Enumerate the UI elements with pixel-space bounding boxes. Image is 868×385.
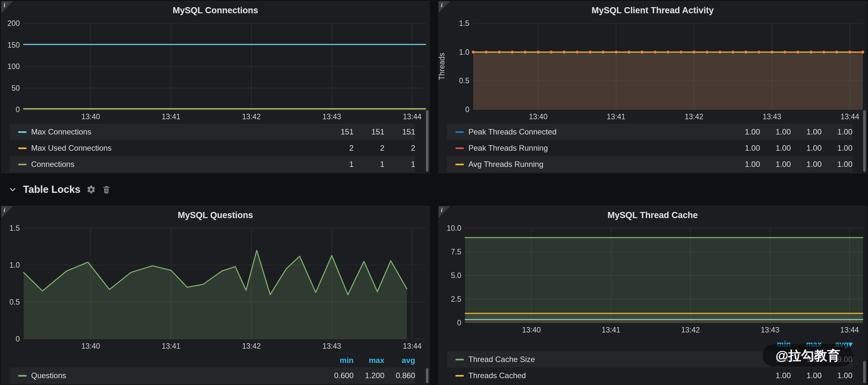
svg-text:13:43: 13:43	[322, 342, 341, 350]
scrollbar-thumb[interactable]	[863, 361, 866, 383]
svg-text:13:41: 13:41	[602, 326, 621, 334]
svg-text:13:42: 13:42	[681, 326, 700, 334]
series-label[interactable]: Max Used Connections	[31, 144, 323, 153]
svg-text:1.5: 1.5	[9, 224, 20, 232]
legend-mysql-client-thread-activity: Peak Threads Connected1.001.001.001.00Pe…	[438, 123, 867, 173]
section-title[interactable]: Table Locks	[23, 184, 81, 196]
svg-text:100: 100	[7, 62, 20, 71]
panel-info-icon[interactable]: i	[438, 206, 450, 218]
panel-mysql-connections: i MySQL Connections 05010015020013:4013:…	[1, 1, 430, 173]
series-color-dash[interactable]	[18, 147, 27, 149]
legend-value: 151	[353, 127, 384, 136]
panel-row-top: i MySQL Connections 05010015020013:4013:…	[1, 1, 867, 173]
series-color-dash[interactable]	[456, 359, 464, 360]
info-corner-triangle	[438, 1, 450, 13]
scrollbar-thumb[interactable]	[426, 110, 429, 172]
legend-row: Threads Cached1.001.001.00	[447, 368, 852, 384]
panel-mysql-client-thread-activity: i MySQL Client Thread Activity 00.51.01.…	[438, 1, 867, 173]
legend-value: 1.00	[791, 371, 822, 380]
series-color-dash[interactable]	[456, 164, 464, 165]
info-corner-triangle	[1, 206, 13, 218]
legend-header-max[interactable]: max	[353, 356, 384, 365]
legend-row: Max Used Connections222	[10, 140, 415, 156]
legend-value: 2	[323, 144, 353, 153]
legend-mysql-questions: minmaxavgQuestions0.6001.2000.860	[1, 353, 430, 385]
legend-value: 1.00	[760, 127, 791, 136]
legend-value: 1.00	[822, 160, 852, 169]
scrollbar-thumb[interactable]	[863, 110, 866, 172]
svg-text:1.0: 1.0	[9, 261, 20, 269]
legend-value: 1	[323, 160, 353, 169]
series-color-dash[interactable]	[456, 131, 464, 133]
info-letter: i	[4, 2, 5, 9]
panel-row-bottom: i MySQL Questions 00.51.01.513:4013:4113…	[1, 206, 867, 385]
legend-value: 1.00	[822, 371, 852, 380]
svg-text:13:40: 13:40	[82, 112, 100, 121]
legend-mysql-connections: Max Connections151151151Max Used Connect…	[1, 123, 430, 173]
svg-text:13:40: 13:40	[529, 112, 548, 121]
chart-mysql-connections[interactable]: 05010015020013:4013:4113:4213:4313:44	[1, 18, 430, 123]
panel-info-icon[interactable]: i	[1, 1, 13, 13]
panel-mysql-questions: i MySQL Questions 00.51.01.513:4013:4113…	[1, 206, 430, 385]
info-corner-triangle	[438, 206, 450, 218]
series-color-dash[interactable]	[456, 147, 464, 149]
legend-row: Peak Threads Running1.001.001.001.00	[447, 140, 852, 156]
legend-value: 1.00	[791, 144, 822, 153]
series-color-dash[interactable]	[18, 375, 27, 377]
panel-title[interactable]: MySQL Questions	[1, 206, 430, 223]
series-color-dash[interactable]	[18, 131, 27, 133]
panel-title[interactable]: MySQL Connections	[1, 1, 430, 18]
panel-title[interactable]: MySQL Thread Cache	[438, 206, 867, 223]
chevron-down-icon[interactable]	[8, 185, 17, 194]
legend-value: 1.00	[729, 160, 760, 169]
svg-text:13:43: 13:43	[761, 326, 779, 334]
svg-text:13:41: 13:41	[162, 342, 181, 350]
panel-info-icon[interactable]: i	[438, 1, 450, 13]
legend-header-row: minmaxavg	[10, 353, 415, 368]
svg-text:13:42: 13:42	[242, 342, 261, 350]
series-label[interactable]: Peak Threads Running	[468, 144, 729, 153]
legend-row: Max Connections151151151	[10, 124, 415, 140]
panel-info-icon[interactable]: i	[1, 206, 13, 218]
series-label[interactable]: Avg Threads Running	[468, 160, 729, 169]
legend-value: 1	[384, 160, 415, 169]
chart-mysql-thread-cache[interactable]: 02.55.07.510.013:4013:4113:4213:4313:44	[438, 223, 867, 337]
series-label[interactable]: Questions	[31, 371, 323, 380]
svg-text:13:41: 13:41	[162, 112, 181, 121]
series-color-dash[interactable]	[18, 164, 27, 165]
legend-header-min[interactable]: min	[323, 356, 353, 365]
series-color-dash[interactable]	[456, 375, 464, 377]
legend-value: 0.860	[384, 371, 415, 380]
chart-mysql-questions[interactable]: 00.51.01.513:4013:4113:4213:4313:44	[1, 223, 430, 353]
svg-text:13:44: 13:44	[403, 112, 422, 121]
legend-row: Peak Threads Connected1.001.001.001.00	[447, 124, 852, 140]
legend-value: 1.00	[729, 127, 760, 136]
svg-text:13:43: 13:43	[763, 112, 781, 121]
info-corner-triangle	[1, 1, 13, 13]
legend-value: 1.00	[760, 144, 791, 153]
series-label[interactable]: Max Connections	[31, 127, 323, 136]
svg-text:10.0: 10.0	[447, 224, 461, 232]
legend-value: 151	[323, 127, 353, 136]
svg-text:0: 0	[16, 105, 20, 114]
svg-text:13:44: 13:44	[840, 326, 859, 334]
legend-header-avg[interactable]: avg	[384, 356, 415, 365]
watermark: @拉勾教育	[763, 344, 853, 367]
scrollbar-thumb[interactable]	[426, 368, 429, 383]
series-label[interactable]: Peak Threads Connected	[468, 127, 729, 136]
legend-value: 1	[353, 160, 384, 169]
section-header-table-locks: Table Locks	[1, 174, 867, 205]
series-label[interactable]: Thread Cache Size	[468, 355, 760, 364]
panel-title[interactable]: MySQL Client Thread Activity	[438, 1, 867, 18]
gear-icon[interactable]	[86, 185, 96, 195]
svg-text:13:42: 13:42	[685, 112, 704, 121]
legend-value: 151	[384, 127, 415, 136]
chart-mysql-client-thread-activity[interactable]: 00.51.01.513:4013:4113:4213:4313:44Threa…	[438, 18, 867, 123]
series-label[interactable]: Connections	[31, 160, 323, 169]
legend-value: 0.600	[323, 371, 353, 380]
series-label[interactable]: Threads Cached	[468, 371, 760, 380]
trash-icon[interactable]	[102, 185, 111, 194]
legend-value: 1.200	[353, 371, 384, 380]
legend-value: 2	[353, 144, 384, 153]
legend-row: Questions0.6001.2000.860	[10, 368, 415, 384]
